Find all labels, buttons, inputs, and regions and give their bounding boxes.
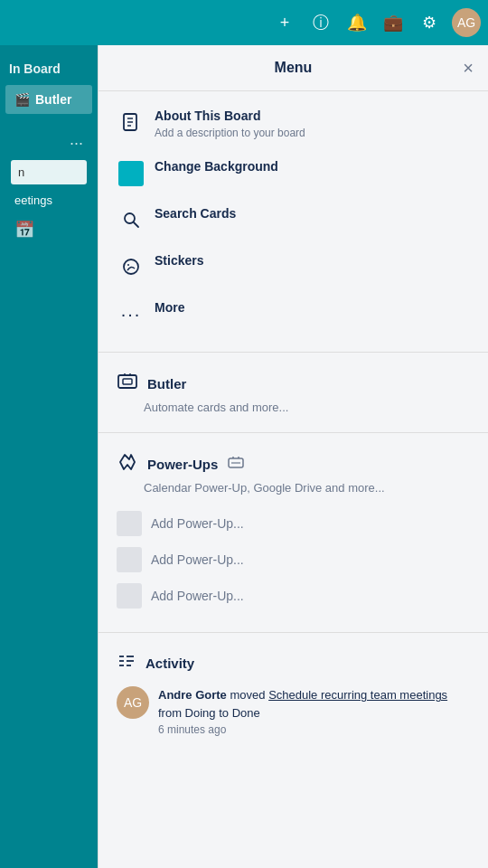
activity-content: Andre Gorte moved Schedule recurring tea… bbox=[158, 686, 470, 736]
powerups-icon bbox=[117, 451, 138, 477]
svg-point-7 bbox=[127, 264, 129, 266]
board-label[interactable]: In Board bbox=[0, 54, 98, 83]
powerup-add-row-1[interactable]: Add Power-Up... bbox=[117, 505, 470, 542]
butler-desc: Automate cards and more... bbox=[117, 401, 470, 414]
powerups-section: Power-Ups Calendar Power-Up, Google Driv… bbox=[99, 440, 488, 625]
activity-icon bbox=[117, 651, 136, 675]
menu-close-button[interactable]: × bbox=[463, 59, 474, 77]
about-board-content: About This Board Add a description to yo… bbox=[155, 108, 470, 140]
butler-icon bbox=[117, 371, 138, 397]
powerup-add-row-2[interactable]: Add Power-Up... bbox=[117, 542, 470, 578]
activity-header: Activity bbox=[117, 651, 470, 675]
activity-text: Andre Gorte moved Schedule recurring tea… bbox=[158, 686, 470, 722]
powerup-icon-1 bbox=[117, 511, 142, 536]
divider-3 bbox=[99, 632, 488, 633]
powerup-add-label-1[interactable]: Add Power-Up... bbox=[151, 516, 244, 531]
bell-button[interactable]: 🔔 bbox=[340, 5, 374, 40]
stickers-content: Stickers bbox=[155, 252, 470, 270]
menu-panel: Menu × About This Board Add a descriptio… bbox=[98, 45, 488, 868]
butler-section[interactable]: Butler Automate cards and more... bbox=[99, 360, 488, 425]
menu-title: Menu bbox=[275, 60, 313, 76]
sidebar-meetings[interactable]: eetings bbox=[5, 188, 92, 212]
activity-avatar: AG bbox=[117, 686, 149, 719]
info-icon: ⓘ bbox=[313, 12, 329, 33]
svg-point-4 bbox=[125, 213, 135, 223]
activity-section: Activity AG Andre Gorte moved Schedule r… bbox=[99, 640, 488, 747]
more-item[interactable]: ··· More bbox=[99, 290, 488, 337]
activity-card-link[interactable]: Schedule recurring team meetings bbox=[268, 688, 447, 702]
svg-rect-9 bbox=[123, 379, 132, 384]
powerup-add-label-3[interactable]: Add Power-Up... bbox=[151, 589, 244, 603]
sidebar-ellipsis[interactable]: ··· bbox=[5, 130, 92, 156]
sidebar-search[interactable]: n bbox=[11, 160, 87, 184]
calendar-icon[interactable]: 📅 bbox=[5, 212, 92, 247]
color-swatch-icon bbox=[117, 158, 145, 187]
divider-2 bbox=[99, 432, 488, 433]
svg-line-5 bbox=[134, 222, 138, 227]
info-button[interactable]: ⓘ bbox=[304, 5, 338, 40]
powerups-header: Power-Ups bbox=[117, 451, 470, 477]
activity-action-text: moved bbox=[230, 688, 265, 702]
topbar: + ⓘ 🔔 💼 ⚙ AG bbox=[0, 0, 488, 45]
bell-icon: 🔔 bbox=[347, 13, 367, 33]
menu-header: Menu × bbox=[99, 45, 488, 91]
book-icon bbox=[117, 108, 145, 137]
stickers-item[interactable]: Stickers bbox=[99, 243, 488, 290]
briefcase-button[interactable]: 💼 bbox=[376, 5, 410, 40]
svg-rect-8 bbox=[118, 375, 136, 388]
activity-from: from Doing to Done bbox=[158, 706, 260, 720]
search-cards-content: Search Cards bbox=[155, 205, 470, 223]
activity-avatar-text: AG bbox=[124, 695, 142, 710]
powerup-icon-3 bbox=[117, 583, 142, 609]
sidebar-section: ··· n eetings 📅 bbox=[0, 130, 98, 247]
powerups-badge bbox=[227, 454, 245, 475]
about-board-desc: Add a description to your board bbox=[155, 126, 470, 141]
activity-time: 6 minutes ago bbox=[158, 723, 470, 736]
avatar[interactable]: AG bbox=[452, 8, 481, 37]
gear-icon: ⚙ bbox=[422, 13, 436, 33]
search-cards-title: Search Cards bbox=[155, 205, 470, 223]
more-title: More bbox=[155, 299, 470, 317]
stickers-icon bbox=[117, 252, 145, 281]
search-cards-item[interactable]: Search Cards bbox=[99, 196, 488, 243]
more-content: More bbox=[155, 299, 470, 317]
activity-title: Activity bbox=[145, 656, 194, 671]
stickers-title: Stickers bbox=[155, 252, 470, 270]
activity-item: AG Andre Gorte moved Schedule recurring … bbox=[117, 686, 470, 736]
change-background-content: Change Background bbox=[155, 158, 470, 176]
butler-title: Butler bbox=[147, 376, 186, 392]
about-board-item[interactable]: About This Board Add a description to yo… bbox=[99, 99, 488, 149]
ellipsis-icon: ··· bbox=[117, 299, 145, 328]
powerup-add-label-2[interactable]: Add Power-Up... bbox=[151, 552, 244, 567]
butler-sidebar-label: Butler bbox=[35, 92, 71, 107]
gear-button[interactable]: ⚙ bbox=[412, 5, 446, 40]
butler-sidebar-icon: 🎬 bbox=[14, 92, 30, 107]
change-background-title: Change Background bbox=[155, 158, 470, 176]
butler-header: Butler bbox=[117, 371, 470, 397]
divider-1 bbox=[99, 352, 488, 353]
about-board-title: About This Board bbox=[155, 108, 470, 126]
powerups-desc: Calendar Power-Up, Google Drive and more… bbox=[117, 481, 470, 495]
change-background-item[interactable]: Change Background bbox=[99, 149, 488, 196]
plus-icon: + bbox=[280, 14, 290, 33]
butler-sidebar-item[interactable]: 🎬 Butler bbox=[5, 85, 92, 114]
activity-user: Andre Gorte bbox=[158, 688, 227, 702]
powerup-add-row-3[interactable]: Add Power-Up... bbox=[117, 578, 470, 614]
menu-items-section: About This Board Add a description to yo… bbox=[99, 91, 488, 344]
briefcase-icon: 💼 bbox=[383, 13, 403, 33]
sidebar: In Board 🎬 Butler ··· n eetings 📅 bbox=[0, 0, 98, 868]
search-icon bbox=[117, 205, 145, 234]
powerups-title: Power-Ups bbox=[147, 457, 218, 472]
powerup-icon-2 bbox=[117, 547, 142, 572]
plus-button[interactable]: + bbox=[267, 5, 302, 40]
